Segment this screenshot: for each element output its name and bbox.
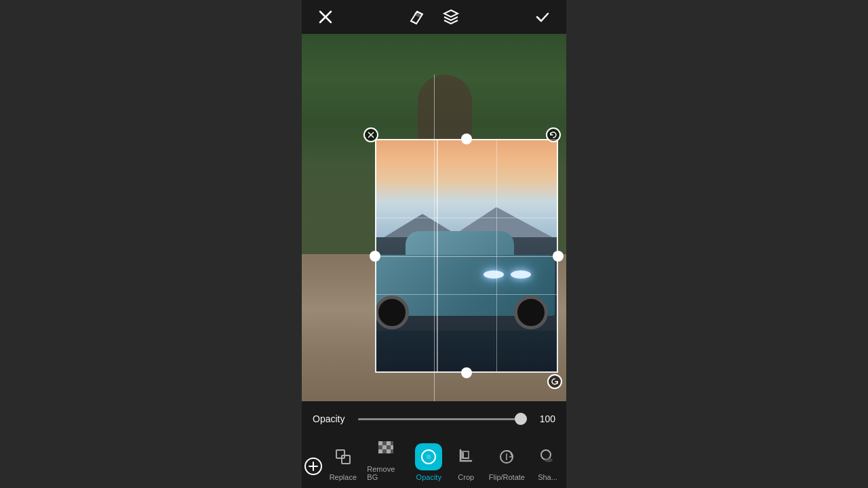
headlight-right bbox=[484, 270, 504, 279]
svg-point-25 bbox=[427, 455, 431, 459]
toolbar-center bbox=[407, 7, 461, 27]
svg-rect-9 bbox=[342, 455, 350, 464]
top-toolbar bbox=[302, 0, 566, 34]
opacity-slider[interactable] bbox=[358, 412, 527, 426]
eraser-tool-button[interactable] bbox=[407, 7, 427, 27]
tool-crop[interactable]: Crop bbox=[448, 441, 485, 484]
close-button[interactable] bbox=[315, 7, 336, 27]
crop-icon-wrap bbox=[452, 443, 479, 470]
wheel-front bbox=[514, 296, 548, 329]
opacity-icon-wrap bbox=[415, 443, 442, 470]
svg-rect-19 bbox=[382, 449, 387, 453]
svg-rect-18 bbox=[378, 449, 382, 453]
svg-rect-13 bbox=[391, 441, 393, 445]
svg-rect-8 bbox=[336, 450, 344, 458]
tool-replace[interactable]: Replace bbox=[324, 441, 361, 484]
add-button[interactable] bbox=[302, 454, 324, 479]
svg-rect-20 bbox=[387, 449, 391, 453]
crop-corner-close-button[interactable] bbox=[363, 127, 378, 142]
crop-corner-rotate-button[interactable] bbox=[546, 127, 561, 142]
crop-handle-middle-left[interactable] bbox=[370, 251, 380, 262]
opacity-tool-label: Opacity bbox=[416, 473, 441, 481]
svg-rect-21 bbox=[391, 449, 393, 453]
layers-button[interactable] bbox=[441, 7, 461, 27]
svg-point-30 bbox=[545, 458, 553, 462]
canvas-area bbox=[302, 34, 566, 401]
tool-shadow[interactable]: Sha... bbox=[529, 441, 566, 484]
opacity-row: Opacity 100 bbox=[302, 408, 566, 430]
car-shape bbox=[375, 228, 558, 336]
flip-rotate-label: Flip/Rotate bbox=[489, 473, 525, 481]
opacity-fill bbox=[358, 418, 527, 420]
shadow-icon-wrap bbox=[534, 443, 561, 470]
replace-icon-wrap bbox=[330, 443, 357, 470]
wheel-rear bbox=[375, 296, 409, 329]
svg-rect-15 bbox=[382, 445, 387, 449]
tools-row: Replace bbox=[302, 430, 566, 488]
remove-bg-icon-wrap bbox=[372, 435, 399, 462]
app-frame: Opacity 100 bbox=[302, 0, 566, 488]
car-layer bbox=[375, 139, 558, 373]
replace-label: Replace bbox=[330, 473, 357, 481]
shadow-label: Sha... bbox=[538, 473, 557, 481]
headlight-left bbox=[511, 270, 531, 279]
crop-handle-bottom-middle[interactable] bbox=[461, 367, 472, 378]
tool-remove-bg[interactable]: Remove BG bbox=[361, 432, 410, 484]
car-ground bbox=[375, 331, 558, 373]
opacity-label: Opacity bbox=[313, 413, 350, 424]
svg-rect-11 bbox=[382, 441, 387, 445]
opacity-track bbox=[358, 418, 527, 420]
tool-flip-rotate[interactable]: Flip/Rotate bbox=[485, 441, 529, 484]
crop-handle-top-middle[interactable] bbox=[461, 134, 472, 144]
svg-rect-10 bbox=[378, 441, 382, 445]
svg-point-29 bbox=[541, 450, 551, 460]
remove-bg-label: Remove BG bbox=[367, 465, 404, 481]
crop-label: Crop bbox=[458, 473, 474, 481]
flip-rotate-icon-wrap bbox=[493, 443, 520, 470]
svg-rect-12 bbox=[387, 441, 391, 445]
opacity-value: 100 bbox=[535, 413, 555, 424]
svg-rect-14 bbox=[378, 445, 382, 449]
tool-opacity[interactable]: Opacity bbox=[410, 441, 448, 484]
bottom-toolbar: Opacity 100 bbox=[302, 401, 566, 488]
crop-corner-br-button[interactable] bbox=[547, 374, 562, 389]
opacity-thumb[interactable] bbox=[515, 413, 527, 425]
svg-rect-16 bbox=[387, 445, 391, 449]
svg-rect-17 bbox=[391, 445, 393, 449]
confirm-button[interactable] bbox=[532, 7, 553, 27]
crop-handle-middle-right[interactable] bbox=[553, 251, 564, 262]
